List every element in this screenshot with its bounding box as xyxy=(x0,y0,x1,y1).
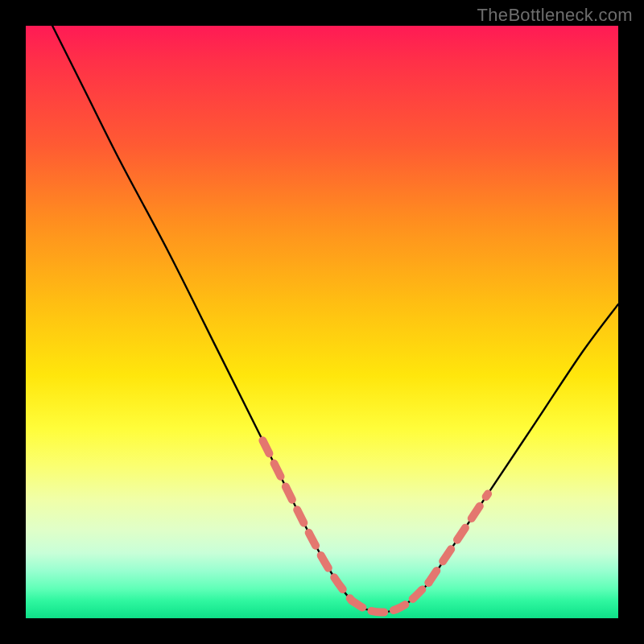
dashed-valley-segment xyxy=(352,583,429,613)
dashed-left-segment xyxy=(262,440,351,601)
watermark-text: TheBottleneck.com xyxy=(477,5,633,26)
dashed-right-segment xyxy=(429,493,489,582)
bottleneck-curve xyxy=(52,26,618,613)
chart-plot-area xyxy=(26,26,618,618)
curve-svg xyxy=(26,26,618,618)
